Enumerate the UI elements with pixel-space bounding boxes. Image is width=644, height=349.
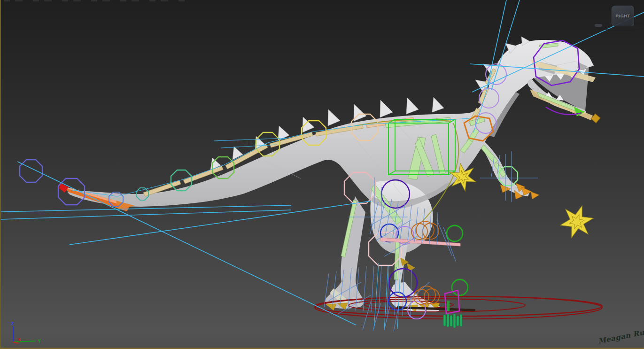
axis-z-label: z xyxy=(11,320,14,326)
foot-plate-bone xyxy=(447,301,450,311)
scene-3d[interactable]: z x Y xyxy=(0,0,644,349)
snout-end-bone xyxy=(591,114,600,123)
viewport-border-left xyxy=(0,0,1,349)
viewcube-ring-handle-left[interactable] xyxy=(595,24,602,27)
viewcube[interactable]: RIGHT xyxy=(611,5,644,32)
viewport-label-clipped xyxy=(4,0,187,1)
star-controls[interactable] xyxy=(445,161,597,240)
axis-x-label: x xyxy=(18,336,21,342)
viewport-canvas[interactable]: z x Y RIGHT Meagan Ruttan xyxy=(0,0,644,349)
tail-tip-selected-bone xyxy=(59,183,69,193)
raptor-mesh[interactable] xyxy=(67,37,594,312)
axis-y-label: Y xyxy=(38,338,41,344)
viewcube-face-label[interactable]: RIGHT xyxy=(616,14,630,18)
world-axis-gizmo: z x Y xyxy=(11,320,41,344)
viewcube-face[interactable]: RIGHT xyxy=(612,6,634,26)
